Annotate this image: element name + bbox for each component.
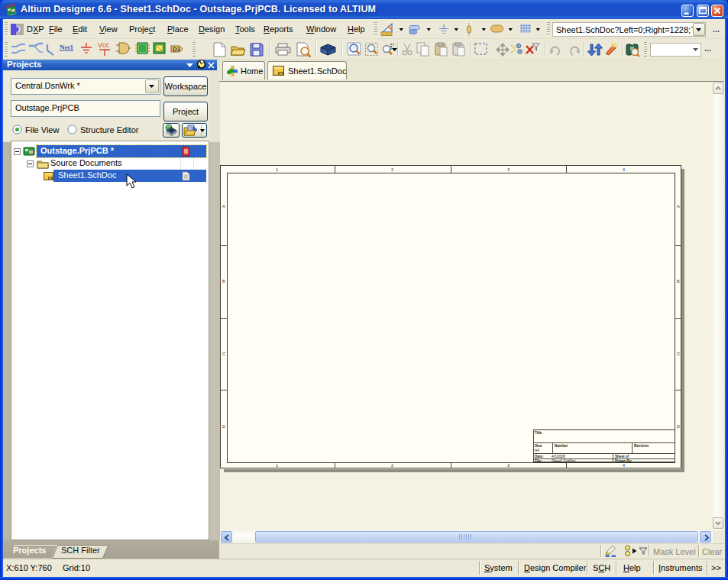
svg-text:D1: D1: [173, 46, 181, 53]
svg-text:Net1: Net1: [60, 44, 73, 51]
svg-text:Vcc: Vcc: [98, 42, 110, 49]
